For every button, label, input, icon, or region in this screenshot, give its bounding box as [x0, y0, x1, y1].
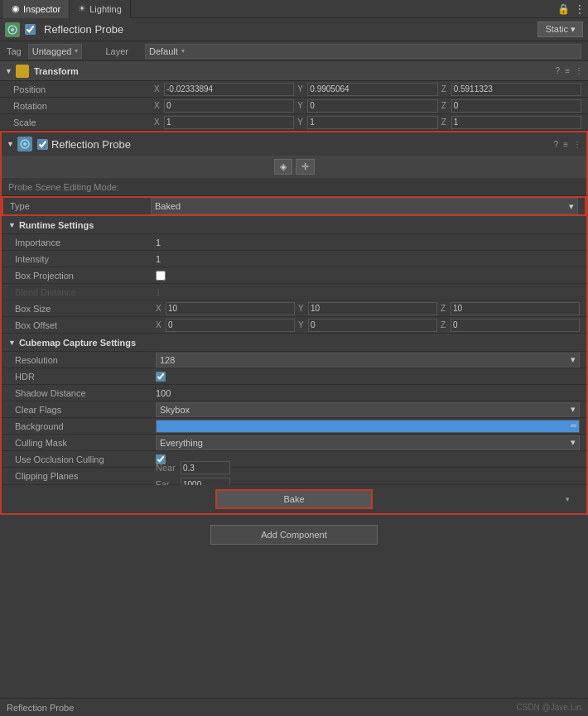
scale-z-input[interactable] — [451, 116, 581, 129]
position-label: Position — [13, 84, 154, 94]
box-projection-label: Box Projection — [15, 271, 156, 281]
bottom-title: Reflection Probe — [7, 703, 74, 713]
box-size-label: Box Size — [15, 304, 156, 314]
transform-section-header[interactable]: ▼ Transform ? ≡ ⋮ — [0, 61, 588, 81]
box-size-x-input[interactable] — [166, 302, 295, 315]
box-projection-checkbox[interactable] — [156, 271, 166, 281]
clipping-planes-block: Clipping Planes Near Far — [2, 468, 586, 485]
box-size-y-input[interactable] — [308, 302, 437, 315]
shadow-distance-row: Shadow Distance 100 — [2, 385, 586, 401]
hdr-checkbox[interactable] — [156, 372, 166, 382]
tag-value: Untagged — [32, 46, 72, 56]
blend-distance-value: 1 — [156, 287, 580, 297]
scale-y-axis: Y — [297, 118, 306, 127]
clear-flags-dropdown-arrow: ▾ — [571, 404, 576, 415]
reflection-probe-help-icon[interactable]: ? — [554, 140, 559, 149]
scale-y-input[interactable] — [307, 116, 437, 129]
reflection-probe-component-icon — [17, 137, 32, 151]
resolution-value: 128 — [160, 355, 175, 365]
shadow-distance-label: Shadow Distance — [15, 388, 156, 398]
hdr-label: HDR — [15, 372, 156, 382]
inspector-icon: ◉ — [12, 3, 20, 14]
bake-button[interactable]: Bake — [215, 489, 372, 509]
transform-help-icon[interactable]: ? — [556, 66, 561, 75]
cubemap-settings-title: Cubemap Capture Settings — [19, 338, 136, 348]
scale-z-axis: Z — [441, 118, 450, 127]
cubemap-settings-header[interactable]: ▼ Cubemap Capture Settings — [2, 334, 586, 352]
scale-row: Scale X Y Z — [0, 114, 588, 131]
bake-row: Bake ▾ — [2, 485, 586, 513]
near-input[interactable] — [181, 461, 230, 474]
transform-icon — [16, 65, 29, 78]
background-color-swatch[interactable]: ✏ — [156, 420, 580, 433]
reflection-probe-top-checkbox[interactable] — [25, 24, 36, 35]
blend-distance-label: Blend Distance — [15, 287, 156, 297]
position-row: Position X Y Z — [0, 81, 588, 98]
position-y-input[interactable] — [307, 83, 437, 96]
culling-mask-row: Culling Mask Everything ▾ — [2, 435, 586, 451]
rotation-z-input[interactable] — [451, 99, 581, 113]
type-label: Type — [10, 201, 151, 211]
box-offset-label: Box Offset — [15, 320, 156, 330]
box-offset-z-input[interactable] — [451, 319, 580, 332]
inspector-tab-label: Inspector — [23, 4, 60, 14]
culling-mask-dropdown[interactable]: Everything ▾ — [156, 435, 580, 450]
resolution-dropdown[interactable]: 128 ▾ — [156, 353, 580, 368]
reflection-probe-component: ▼ Reflection Probe ? ≡ ⋮ ◈ ✛ Probe Scene… — [0, 131, 588, 515]
tab-more-icon[interactable]: ⋮ — [575, 3, 585, 15]
resolution-row: Resolution 128 ▾ — [2, 352, 586, 368]
transform-settings-icon[interactable]: ≡ — [565, 66, 570, 75]
bottom-credit: CSDN @Jave.Lin — [516, 703, 581, 712]
type-row: Type Baked ▾ — [2, 196, 586, 216]
bake-dropdown-arrow: ▾ — [566, 495, 570, 503]
reflection-probe-component-checkbox[interactable] — [37, 139, 48, 150]
tab-lighting[interactable]: ☀ Lighting — [70, 0, 131, 18]
reflection-probe-top-header: Reflection Probe Static ▾ — [0, 18, 588, 41]
layer-value: Default — [149, 46, 178, 56]
box-offset-row: Box Offset X Y Z — [2, 317, 586, 334]
rotation-x-input[interactable] — [164, 99, 294, 113]
resolution-dropdown-arrow: ▾ — [571, 354, 576, 365]
svg-point-1 — [11, 28, 14, 31]
tab-inspector[interactable]: ◉ Inspector — [3, 0, 70, 18]
box-offset-y-input[interactable] — [308, 319, 437, 332]
position-z-input[interactable] — [451, 83, 581, 96]
reflection-probe-settings-icon[interactable]: ≡ — [563, 140, 568, 149]
add-component-button[interactable]: Add Component — [210, 525, 378, 545]
reflection-probe-component-header[interactable]: ▼ Reflection Probe ? ≡ ⋮ — [2, 132, 586, 156]
clear-flags-row: Clear Flags Skybox ▾ — [2, 401, 586, 418]
transform-section-title: Transform — [34, 66, 556, 76]
importance-label: Importance — [15, 238, 156, 247]
position-x-input[interactable] — [164, 83, 294, 96]
top-tab-bar: ◉ Inspector ☀ Lighting 🔒 ⋮ — [0, 0, 588, 18]
tag-dropdown[interactable]: Untagged ▾ — [28, 44, 83, 59]
intensity-label: Intensity — [15, 254, 156, 264]
lock-icon[interactable]: 🔒 — [557, 3, 570, 15]
reflection-probe-more-icon[interactable]: ⋮ — [573, 140, 581, 149]
rotation-x-axis: X — [154, 101, 162, 110]
probe-scene-btn1[interactable]: ◈ — [274, 159, 292, 175]
reflection-probe-component-title: Reflection Probe — [51, 138, 131, 151]
bottom-bar: Reflection Probe CSDN @Jave.Lin — [0, 698, 588, 716]
rotation-label: Rotation — [13, 101, 154, 111]
clear-flags-value: Skybox — [160, 405, 190, 415]
box-size-row: Box Size X Y Z — [2, 300, 586, 317]
color-pick-icon[interactable]: ✏ — [571, 421, 577, 430]
box-offset-z-axis: Z — [441, 320, 449, 329]
rotation-row: Rotation X Y Z — [0, 98, 588, 114]
culling-mask-label: Culling Mask — [15, 438, 156, 448]
scale-x-axis: X — [154, 118, 162, 127]
clear-flags-dropdown[interactable]: Skybox ▾ — [156, 402, 580, 417]
box-offset-x-input[interactable] — [166, 319, 295, 332]
rotation-y-input[interactable] — [307, 99, 437, 113]
scale-x-input[interactable] — [164, 116, 294, 129]
static-button[interactable]: Static ▾ — [537, 22, 583, 37]
transform-more-icon[interactable]: ⋮ — [575, 66, 583, 75]
probe-scene-btn2[interactable]: ✛ — [296, 159, 315, 175]
box-size-z-input[interactable] — [451, 302, 580, 315]
main-content: Reflection Probe Static ▾ Tag Untagged ▾… — [0, 18, 588, 698]
runtime-settings-header[interactable]: ▼ Runtime Settings — [2, 216, 586, 234]
type-dropdown[interactable]: Baked ▾ — [151, 198, 578, 214]
layer-dropdown[interactable]: Default ▾ — [145, 44, 581, 59]
scale-label: Scale — [13, 118, 154, 127]
